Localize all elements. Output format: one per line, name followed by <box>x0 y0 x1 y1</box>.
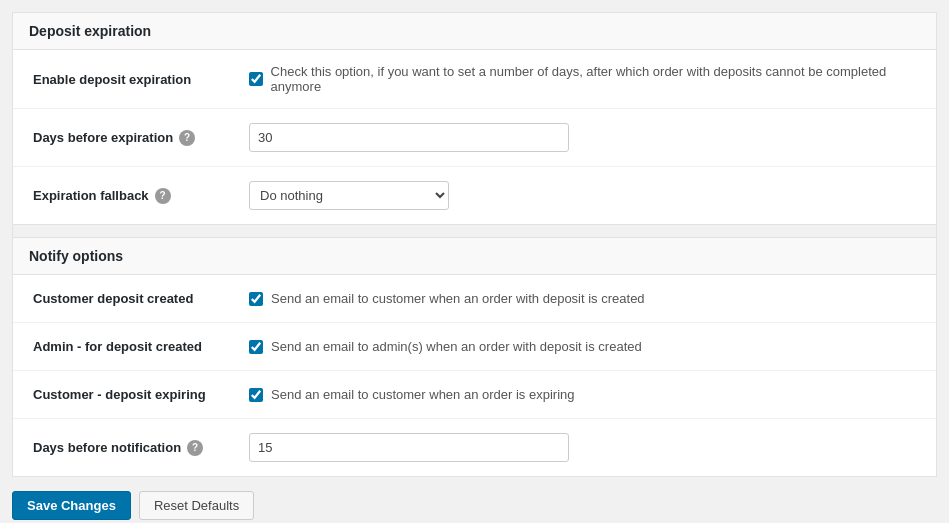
admin-deposit-created-label: Admin - for deposit created <box>33 339 202 354</box>
customer-deposit-expiring-label: Customer - deposit expiring <box>33 387 206 402</box>
days-before-expiration-label: Days before expiration <box>33 130 173 145</box>
admin-deposit-created-description: Send an email to admin(s) when an order … <box>271 339 642 354</box>
days-before-expiration-help-icon[interactable]: ? <box>179 130 195 146</box>
enable-deposit-checkbox[interactable] <box>249 72 263 86</box>
section-divider <box>12 225 937 237</box>
expiration-fallback-help-icon[interactable]: ? <box>155 188 171 204</box>
field-label-row: Admin - for deposit created <box>33 339 217 354</box>
deposit-expiration-title: Deposit expiration <box>13 13 936 50</box>
customer-deposit-created-description: Send an email to customer when an order … <box>271 291 645 306</box>
deposit-expiration-table: Enable deposit expiration Check this opt… <box>13 50 936 224</box>
field-label-row: Days before expiration ? <box>33 130 217 146</box>
table-row: Enable deposit expiration Check this opt… <box>13 50 936 109</box>
table-row: Admin - for deposit created Send an emai… <box>13 323 936 371</box>
field-label-row: Days before notification ? <box>33 440 217 456</box>
field-label-row: Customer deposit created <box>33 291 217 306</box>
customer-deposit-expiring-checkbox-row: Send an email to customer when an order … <box>249 387 920 402</box>
expiration-fallback-label: Expiration fallback <box>33 188 149 203</box>
actions-row: Save Changes Reset Defaults <box>12 477 937 523</box>
table-row: Expiration fallback ? Do nothing Cancel … <box>13 167 936 225</box>
enable-deposit-label: Enable deposit expiration <box>33 72 191 87</box>
customer-deposit-created-checkbox[interactable] <box>249 292 263 306</box>
days-before-notification-input[interactable] <box>249 433 569 462</box>
reset-defaults-button[interactable]: Reset Defaults <box>139 491 254 520</box>
save-changes-button[interactable]: Save Changes <box>12 491 131 520</box>
table-row: Customer deposit created Send an email t… <box>13 275 936 323</box>
enable-deposit-checkbox-row: Check this option, if you want to set a … <box>249 64 920 94</box>
field-label-row: Expiration fallback ? <box>33 188 217 204</box>
field-label-row: Customer - deposit expiring <box>33 387 217 402</box>
table-row: Days before expiration ? <box>13 109 936 167</box>
days-before-notification-help-icon[interactable]: ? <box>187 440 203 456</box>
expiration-fallback-select[interactable]: Do nothing Cancel order Complete order <box>249 181 449 210</box>
days-before-notification-label: Days before notification <box>33 440 181 455</box>
table-row: Days before notification ? <box>13 419 936 477</box>
page-wrap: Deposit expiration Enable deposit expira… <box>12 12 937 523</box>
field-label-row: Enable deposit expiration <box>33 72 217 87</box>
enable-deposit-description: Check this option, if you want to set a … <box>271 64 920 94</box>
customer-deposit-created-checkbox-row: Send an email to customer when an order … <box>249 291 920 306</box>
notify-options-table: Customer deposit created Send an email t… <box>13 275 936 476</box>
customer-deposit-expiring-description: Send an email to customer when an order … <box>271 387 575 402</box>
admin-deposit-created-checkbox[interactable] <box>249 340 263 354</box>
notify-options-section: Notify options Customer deposit created … <box>12 237 937 477</box>
customer-deposit-expiring-checkbox[interactable] <box>249 388 263 402</box>
days-before-expiration-input[interactable] <box>249 123 569 152</box>
admin-deposit-created-checkbox-row: Send an email to admin(s) when an order … <box>249 339 920 354</box>
customer-deposit-created-label: Customer deposit created <box>33 291 193 306</box>
deposit-expiration-section: Deposit expiration Enable deposit expira… <box>12 12 937 225</box>
table-row: Customer - deposit expiring Send an emai… <box>13 371 936 419</box>
notify-options-title: Notify options <box>13 238 936 275</box>
